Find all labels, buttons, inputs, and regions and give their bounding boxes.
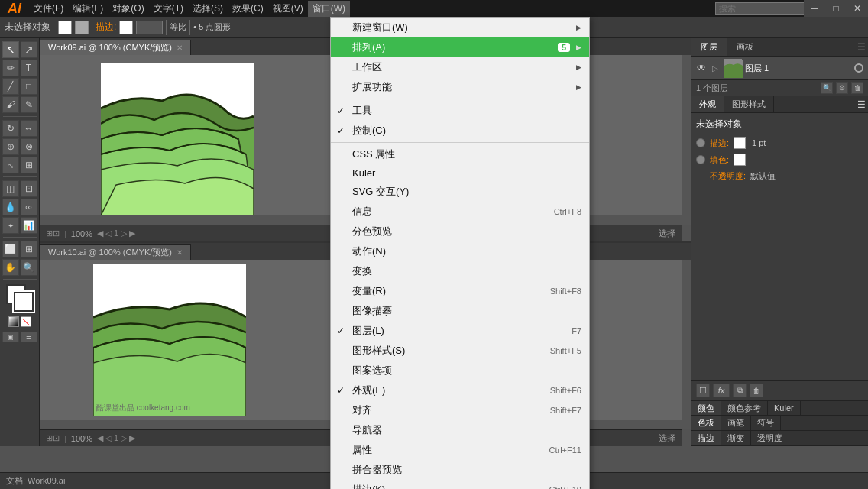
menu-overlay[interactable]: 新建窗口(W) ▶ 排列(A) 5 ▶ 工作区 ▶ 扩展功能 ▶ ✓ 工具 ✓ … (0, 17, 868, 472)
minimize-button[interactable]: ─ (804, 0, 825, 17)
menu-extensions-label: 扩展功能 (352, 80, 576, 94)
maximize-button[interactable]: □ (825, 0, 847, 17)
menu-bar: 文件(F) 编辑(E) 对象(O) 文字(T) 选择(S) 效果(C) 视图(V… (29, 1, 350, 17)
menu-variables-label: 变量(R) (352, 284, 535, 298)
ai-logo: Ai (0, 1, 29, 17)
menu-control[interactable]: ✓ 控制(C) (331, 121, 589, 141)
menu-effect[interactable]: 效果(C) (228, 1, 268, 17)
menu-control-check: ✓ (337, 125, 345, 136)
menu-graphic-styles[interactable]: 图形样式(S) Shift+F5 (331, 341, 589, 361)
menu-variables-shortcut: Shift+F8 (550, 287, 581, 296)
menu-appearance-check: ✓ (337, 385, 345, 396)
title-bar: Ai 文件(F) 编辑(E) 对象(O) 文字(T) 选择(S) 效果(C) 视… (0, 0, 868, 17)
menu-tiler[interactable]: 拼合器预览 (331, 460, 589, 480)
menu-arrange-label: 排列(A) (352, 40, 558, 54)
menu-layers-shortcut: F7 (572, 326, 581, 335)
menu-new-window[interactable]: 新建窗口(W) ▶ (331, 18, 589, 37)
menu-image-trace[interactable]: 图像描摹 (331, 301, 589, 321)
menu-kuler-label: Kuler (352, 167, 581, 179)
menu-css-label: CSS 属性 (352, 147, 581, 161)
menu-text[interactable]: 文字(T) (149, 1, 188, 17)
menu-attributes[interactable]: 属性 Ctrl+F11 (331, 440, 589, 460)
menu-actions-label: 动作(N) (352, 244, 581, 258)
menu-variables[interactable]: 变量(R) Shift+F8 (331, 281, 589, 301)
menu-sep-preview-label: 分色预览 (352, 225, 581, 238)
menu-tiler-label: 拼合器预览 (352, 463, 581, 477)
menu-view[interactable]: 视图(V) (268, 1, 308, 17)
menu-css[interactable]: CSS 属性 (331, 144, 589, 164)
menu-tools-check: ✓ (337, 105, 345, 116)
menu-image-trace-label: 图像描摹 (352, 304, 581, 318)
menu-stroke-panel-label: 描边(K) (352, 483, 534, 489)
menu-select[interactable]: 选择(S) (188, 1, 228, 17)
menu-layers[interactable]: ✓ 图层(L) F7 (331, 321, 589, 341)
menu-tools-label: 工具 (352, 104, 581, 118)
menu-workspace[interactable]: 工作区 ▶ (331, 57, 589, 77)
menu-arrange[interactable]: 排列(A) 5 ▶ (331, 37, 589, 57)
menu-edit[interactable]: 编辑(E) (68, 1, 108, 17)
menu-transform[interactable]: 变换 (331, 261, 589, 281)
menu-file[interactable]: 文件(F) (29, 1, 68, 17)
menu-navigator-label: 导航器 (352, 423, 581, 437)
menu-info[interactable]: 信息 Ctrl+F8 (331, 202, 589, 222)
menu-divider-1 (331, 99, 589, 99)
menu-extensions[interactable]: 扩展功能 ▶ (331, 77, 589, 97)
menu-graphic-styles-label: 图形样式(S) (352, 344, 535, 358)
menu-object[interactable]: 对象(O) (108, 1, 148, 17)
window-dropdown-menu: 新建窗口(W) ▶ 排列(A) 5 ▶ 工作区 ▶ 扩展功能 ▶ ✓ 工具 ✓ … (330, 17, 590, 489)
menu-stroke-panel[interactable]: 描边(K) Ctrl+F10 (331, 480, 589, 489)
menu-divider-2 (331, 142, 589, 143)
menu-navigator[interactable]: 导航器 (331, 420, 589, 440)
close-button[interactable]: ✕ (847, 0, 868, 17)
menu-appearance[interactable]: ✓ 外观(E) Shift+F6 (331, 381, 589, 400)
menu-info-shortcut: Ctrl+F8 (554, 207, 581, 216)
menu-pattern-options-label: 图案选项 (352, 364, 581, 377)
menu-graphic-styles-shortcut: Shift+F5 (550, 346, 581, 355)
menu-tools[interactable]: ✓ 工具 (331, 101, 589, 121)
menu-actions[interactable]: 动作(N) (331, 241, 589, 261)
window-controls: ─ □ ✕ (804, 0, 868, 17)
menu-appearance-label: 外观(E) (352, 384, 535, 397)
menu-info-label: 信息 (352, 205, 523, 219)
menu-pattern-options[interactable]: 图案选项 (331, 361, 589, 381)
menu-arrange-badge: 5 (558, 43, 570, 52)
menu-align[interactable]: 对齐 Shift+F7 (331, 400, 589, 420)
menu-new-window-arrow: ▶ (576, 24, 581, 31)
menu-attributes-shortcut: Ctrl+F11 (549, 445, 582, 455)
menu-control-label: 控制(C) (352, 124, 581, 138)
menu-window[interactable]: 窗口(W) (308, 1, 350, 17)
menu-appearance-shortcut: Shift+F6 (550, 386, 581, 395)
menu-align-shortcut: Shift+F7 (550, 406, 581, 415)
menu-workspace-label: 工作区 (352, 60, 576, 74)
menu-layers-label: 图层(L) (352, 324, 556, 338)
menu-sep-preview[interactable]: 分色预览 (331, 222, 589, 241)
menu-workspace-arrow: ▶ (576, 63, 581, 71)
menu-kuler[interactable]: Kuler (331, 164, 589, 182)
menu-extensions-arrow: ▶ (576, 83, 581, 91)
menu-arrange-arrow: ▶ (576, 44, 581, 51)
menu-svg-label: SVG 交互(Y) (352, 185, 581, 199)
bottom-doc-info: 文档: Work09.ai (6, 475, 65, 487)
menu-transform-label: 变换 (352, 264, 581, 278)
menu-layers-check: ✓ (337, 325, 345, 336)
menu-svg[interactable]: SVG 交互(Y) (331, 182, 589, 202)
menu-new-window-label: 新建窗口(W) (352, 21, 576, 34)
menu-align-label: 对齐 (352, 403, 535, 417)
menu-stroke-panel-shortcut: Ctrl+F10 (549, 485, 582, 489)
menu-attributes-label: 属性 (352, 443, 534, 457)
